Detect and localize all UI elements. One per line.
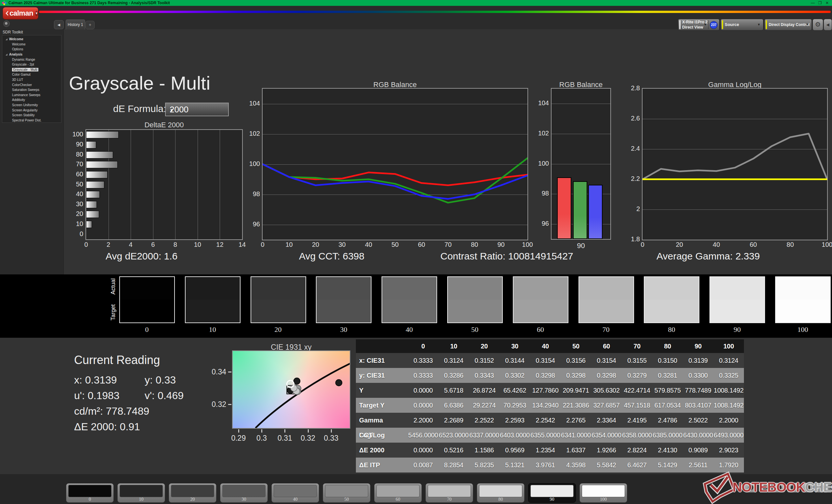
table-cell: 5.1429 xyxy=(652,457,683,473)
gamma-chart-title: Gamma Log/Log xyxy=(643,81,827,89)
meter-count-badge[interactable]: 237 xyxy=(710,21,718,29)
rgbline-plot-y-tick: 102 xyxy=(241,130,260,137)
table-cell: 0.3333 xyxy=(408,368,438,383)
sidebar-item-welcome[interactable]: Welcome xyxy=(2,42,61,47)
sidebar-item-screen-uniformity[interactable]: Screen Uniformity xyxy=(2,103,61,108)
sidebar-item-3d-lut[interactable]: 3D LUT xyxy=(2,77,61,83)
level-patch xyxy=(479,485,522,497)
measurement-table: 0102030405060708090100x: CIE310.33330.31… xyxy=(356,339,744,473)
table-cell: 778.7489 xyxy=(683,383,713,398)
sidebar-item-screen-stability[interactable]: Screen Stability xyxy=(2,113,61,118)
sidebar-item-grayscale-multi[interactable]: Grayscale - Multi xyxy=(2,67,61,73)
minimize-icon[interactable]: — xyxy=(809,0,816,6)
table-cell: 2.2593 xyxy=(499,413,530,428)
sidebar: SDR Toolkit WelcomeWelcomeOptionsAnalysi… xyxy=(0,29,64,274)
level-button-100[interactable]: 100 xyxy=(579,483,627,503)
media-button-5[interactable] xyxy=(801,482,814,493)
table-col-header: 100 xyxy=(713,339,744,353)
maximize-icon[interactable]: ❐ xyxy=(816,0,824,6)
sidebar-item-colorchecker[interactable]: ColorChecker xyxy=(2,82,61,87)
panel-collapse-button[interactable]: ◀ xyxy=(824,19,832,30)
source-label: Source xyxy=(725,19,739,30)
de-formula-dropdown[interactable]: 2000 ▼ xyxy=(165,103,229,116)
sidebar-item-grayscale-2pt[interactable]: Grayscale - 2pt xyxy=(2,62,61,67)
target-label: Target xyxy=(110,304,117,320)
table-row-e-itp: ΔE ITP0.00878.28545.82355.13213.97614.35… xyxy=(356,457,744,473)
level-button-80[interactable]: 80 xyxy=(477,483,524,503)
calman-menu-button[interactable]: calman ▼ xyxy=(3,7,38,20)
reading-u: u': 0.1983 xyxy=(74,390,120,402)
source-dropdown[interactable]: Source ▼ xyxy=(721,19,763,30)
rgb-line-chart-title: RGB Balance xyxy=(263,81,527,89)
add-tab-button[interactable]: + xyxy=(85,21,95,29)
deltae-y-tick: 90 xyxy=(68,141,83,148)
table-col-header: 90 xyxy=(683,339,713,353)
level-button-60[interactable]: 60 xyxy=(374,483,422,503)
sidebar-item-additivity[interactable]: Additivity xyxy=(2,97,61,103)
media-button-2[interactable] xyxy=(758,482,772,493)
table-cell: 70.2953 xyxy=(499,398,530,413)
layout-dot-button[interactable] xyxy=(3,21,10,27)
sidebar-item-spectral-power-dist[interactable]: Spectral Power Dist. xyxy=(2,118,61,123)
table-cell: 2.4130 xyxy=(652,443,683,457)
media-button-6[interactable] xyxy=(815,482,828,493)
cie-x-tickmark xyxy=(284,429,285,432)
deltae-x-tick: 4 xyxy=(124,241,138,248)
grayscale-swatch-40 xyxy=(382,276,437,323)
deltae-x-tick: 12 xyxy=(212,241,227,248)
rgbline-plot-x-tick: 80 xyxy=(467,241,482,248)
sidebar-item-label: Color Gamut xyxy=(12,73,30,76)
level-button-40[interactable]: 40 xyxy=(271,483,319,503)
meter-dropdown[interactable]: X-Rite i1Pro 2 Direct View ▼ 237 xyxy=(678,19,720,30)
settings-button[interactable]: ⚙ xyxy=(812,19,823,30)
sidebar-item-welcome[interactable]: Welcome xyxy=(2,37,61,42)
sidebar-item-screen-angularity[interactable]: Screen Angularity xyxy=(2,108,61,113)
media-button-4[interactable] xyxy=(787,482,800,493)
sidebar-item-dynamic-range[interactable]: Dynamic Range xyxy=(2,57,61,62)
tab-history-1[interactable]: History 1 xyxy=(66,20,85,30)
close-icon[interactable]: ✕ xyxy=(824,0,831,6)
level-button-20[interactable]: 20 xyxy=(169,483,216,503)
swatch-actual xyxy=(251,277,306,300)
de-formula-label: dE Formula: xyxy=(113,103,166,114)
rgbline-plot-x-tick: 0 xyxy=(255,241,270,248)
deltae-bar-20 xyxy=(86,211,99,218)
swatch-level-label: 30 xyxy=(331,326,357,334)
deltae-y-tick: 20 xyxy=(68,210,83,218)
actual-label: Actual xyxy=(110,278,117,295)
media-icon xyxy=(776,485,782,490)
gamma-plot-y-tick: 2 xyxy=(621,205,640,213)
sidebar-item-color-gamut[interactable]: Color Gamut xyxy=(2,72,61,77)
sidebar-item-saturation-sweeps[interactable]: Saturation Sweeps xyxy=(2,87,61,92)
deltae-y-tick: 80 xyxy=(68,151,83,158)
table-cell: 209.9471 xyxy=(561,383,591,398)
sidebar-collapse-button[interactable]: ◀ xyxy=(54,20,64,29)
table-col-header: 80 xyxy=(652,339,683,353)
table-row-label: y: CIE31 xyxy=(356,368,408,383)
media-button-1[interactable] xyxy=(744,482,757,493)
meter-mode: Direct View xyxy=(682,25,703,30)
sidebar-item-luminance-sweeps[interactable]: Luminance Sweeps xyxy=(2,92,61,98)
level-button-10[interactable]: 10 xyxy=(117,483,165,503)
table-cell: 127.7860 xyxy=(530,383,561,398)
level-button-50[interactable]: 50 xyxy=(323,483,370,503)
cie-y-tick: 0.34 xyxy=(209,368,226,376)
sidebar-item-options[interactable]: Options xyxy=(2,47,61,52)
rgb-bar-chart-title: RGB Balance xyxy=(551,81,610,89)
media-button-3[interactable] xyxy=(773,482,785,493)
level-button-70[interactable]: 70 xyxy=(425,483,473,503)
deltae-y-tick: 0 xyxy=(68,230,83,238)
table-col-header: 40 xyxy=(530,339,561,353)
table-cell: 0.3154 xyxy=(530,353,561,368)
sidebar-item-analysis[interactable]: Analysis xyxy=(2,52,61,57)
level-button-label: 50 xyxy=(323,497,370,502)
level-button-0[interactable]: 0 xyxy=(66,483,114,503)
gamma-plot-x-tick: 0 xyxy=(635,241,650,248)
level-button-90[interactable]: 90 xyxy=(528,483,576,503)
table-cell: 6385.0000 xyxy=(652,428,683,443)
tree-expand-icon[interactable] xyxy=(5,54,7,56)
level-button-30[interactable]: 30 xyxy=(220,483,268,503)
cie-x-tick: 0.3 xyxy=(250,434,273,443)
display-control-dropdown[interactable]: Direct Display Control ▼ xyxy=(764,19,812,30)
tree-expand-icon[interactable] xyxy=(5,38,7,40)
